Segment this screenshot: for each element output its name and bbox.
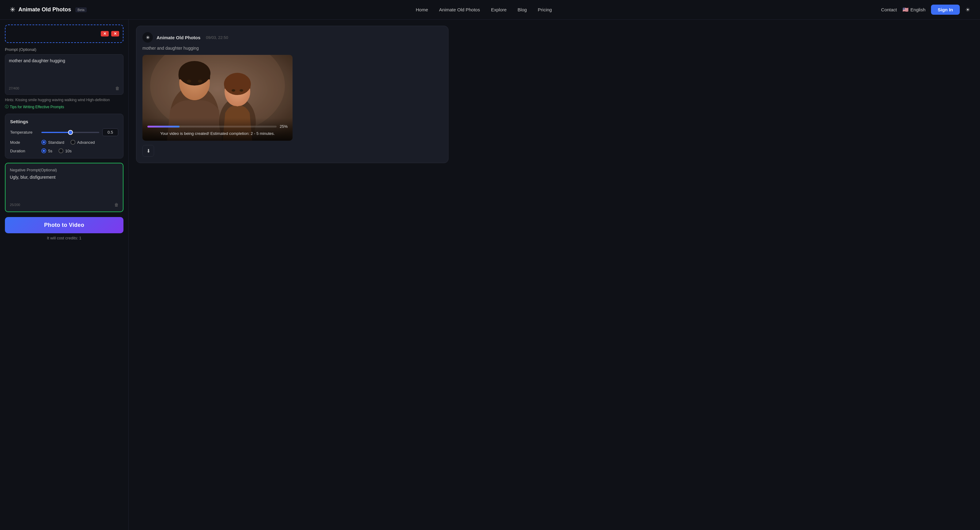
prompt-char-count: 27/400 (9, 86, 19, 90)
tips-link[interactable]: ⓘ Tips for Writing Effective Prompts (5, 104, 124, 109)
hint-wind[interactable]: wind (78, 98, 86, 102)
result-logo-icon: ✳ (142, 32, 153, 43)
mode-standard-radio[interactable] (41, 140, 46, 145)
duration-5s-option[interactable]: 5s (41, 148, 52, 153)
nav-contact-link[interactable]: Contact (881, 7, 897, 12)
settings-title: Settings (10, 119, 118, 124)
download-icon: ⬇ (146, 148, 150, 154)
info-icon: ⓘ (5, 104, 9, 109)
neg-delete-icon[interactable]: 🗑 (114, 202, 119, 207)
neg-prompt-input[interactable] (10, 175, 119, 199)
prompt-delete-icon[interactable]: 🗑 (115, 86, 119, 91)
progress-bar-fill (147, 126, 180, 128)
navbar: ✳ Animate Old Photos Beta Home Animate O… (0, 0, 980, 20)
nav-brand: ✳ Animate Old Photos Beta (10, 6, 87, 14)
hint-waving[interactable]: waving (52, 98, 63, 102)
temperature-row: Temperature 0.5 (10, 128, 118, 136)
nav-link-pricing[interactable]: Pricing (538, 7, 552, 12)
progress-bar-row: 25% (147, 124, 288, 129)
tips-link-label[interactable]: Tips for Writing Effective Prompts (10, 105, 64, 109)
nav-title: Animate Old Photos (18, 6, 71, 13)
hints-label: Hints: (5, 98, 14, 102)
duration-row: Duration 5s 10s (10, 148, 118, 153)
duration-5s-label: 5s (48, 148, 52, 153)
nav-language-selector[interactable]: 🇺🇸 English (902, 7, 926, 13)
result-card-title: Animate Old Photos (156, 35, 200, 40)
mode-advanced-radio[interactable] (70, 140, 75, 145)
mode-standard-option[interactable]: Standard (41, 140, 64, 145)
prompt-input[interactable] (9, 58, 119, 83)
flag-icon: 🇺🇸 (902, 7, 908, 13)
prompt-label: Prompt (Optional) (5, 47, 124, 52)
photo-to-video-button[interactable]: Photo to Video (5, 217, 124, 233)
nav-link-blog[interactable]: Blog (518, 7, 527, 12)
nav-link-explore[interactable]: Explore (491, 7, 507, 12)
result-header: ✳ Animate Old Photos 09/03, 22:50 (142, 32, 442, 43)
result-timestamp: 09/03, 22:50 (206, 35, 228, 40)
duration-10s-option[interactable]: 10s (59, 148, 72, 153)
mode-standard-label: Standard (48, 140, 64, 145)
nav-link-animate[interactable]: Animate Old Photos (439, 7, 480, 12)
hints-row: Hints: Kissing smile hugging waving walk… (5, 97, 124, 103)
mode-row: Mode Standard Advanced (10, 140, 118, 145)
temperature-slider-wrapper: 0.5 (41, 128, 118, 136)
left-panel: ✕ ✕ Prompt (Optional) 27/400 🗑 Hints: Ki… (0, 20, 129, 530)
hint-kissing[interactable]: Kissing (15, 98, 27, 102)
temperature-label: Temperature (10, 130, 38, 134)
mode-label: Mode (10, 140, 38, 145)
upload-area[interactable]: ✕ ✕ (5, 24, 124, 43)
hint-walking[interactable]: walking (64, 98, 76, 102)
neg-prompt-footer: 25/200 🗑 (10, 202, 119, 207)
main-layout: ✕ ✕ Prompt (Optional) 27/400 🗑 Hints: Ki… (0, 20, 980, 530)
duration-label: Duration (10, 148, 38, 153)
nav-right: Contact 🇺🇸 English Sign In ☀ (881, 5, 970, 15)
upload-badge-1: ✕ (101, 31, 109, 37)
neg-char-count: 25/200 (10, 203, 20, 207)
mode-radio-group: Standard Advanced (41, 140, 95, 145)
nav-beta-badge: Beta (75, 7, 87, 12)
signin-button[interactable]: Sign In (931, 5, 960, 15)
temperature-slider[interactable] (41, 132, 99, 133)
credits-note: It will cost credits: 1 (5, 236, 124, 240)
negative-prompt-section: Negative Prompt(Optional) 25/200 🗑 (5, 163, 124, 212)
prompt-textarea-box: 27/400 🗑 (5, 54, 124, 95)
hint-hugging[interactable]: hugging (38, 98, 51, 102)
duration-10s-radio[interactable] (59, 148, 64, 153)
video-preview: 25% Your video is being created! Estimat… (142, 55, 293, 141)
video-image: 25% Your video is being created! Estimat… (142, 55, 293, 141)
progress-percentage: 25% (280, 124, 288, 129)
right-panel: ✳ Animate Old Photos 09/03, 22:50 mother… (129, 20, 980, 530)
settings-section: Settings Temperature 0.5 Mode Standard (5, 114, 124, 158)
hint-smile[interactable]: smile (28, 98, 37, 102)
duration-5s-radio[interactable] (41, 148, 46, 153)
upload-badge-2: ✕ (111, 31, 119, 37)
download-button[interactable]: ⬇ (142, 145, 154, 156)
nav-link-home[interactable]: Home (416, 7, 428, 12)
logo-icon: ✳ (10, 6, 15, 14)
mode-advanced-label: Advanced (77, 140, 95, 145)
duration-10s-label: 10s (65, 148, 72, 153)
duration-radio-group: 5s 10s (41, 148, 72, 153)
nav-links: Home Animate Old Photos Explore Blog Pri… (416, 7, 552, 12)
theme-toggle-icon[interactable]: ☀ (965, 6, 970, 13)
result-prompt-text: mother and daughter hugging (142, 46, 442, 51)
neg-prompt-label: Negative Prompt(Optional) (10, 168, 119, 172)
temperature-value: 0.5 (102, 128, 118, 136)
progress-overlay: 25% Your video is being created! Estimat… (142, 118, 293, 141)
prompt-footer: 27/400 🗑 (9, 86, 119, 91)
result-card: ✳ Animate Old Photos 09/03, 22:50 mother… (136, 26, 449, 163)
mode-advanced-option[interactable]: Advanced (70, 140, 95, 145)
hint-hd[interactable]: High-definition (86, 98, 110, 102)
prompt-section: Prompt (Optional) 27/400 🗑 (5, 47, 124, 95)
nav-language-label: English (910, 7, 926, 12)
progress-message: Your video is being created! Estimated c… (147, 131, 288, 136)
cta-section: Photo to Video It will cost credits: 1 (5, 217, 124, 240)
progress-bar-bg (147, 126, 277, 128)
